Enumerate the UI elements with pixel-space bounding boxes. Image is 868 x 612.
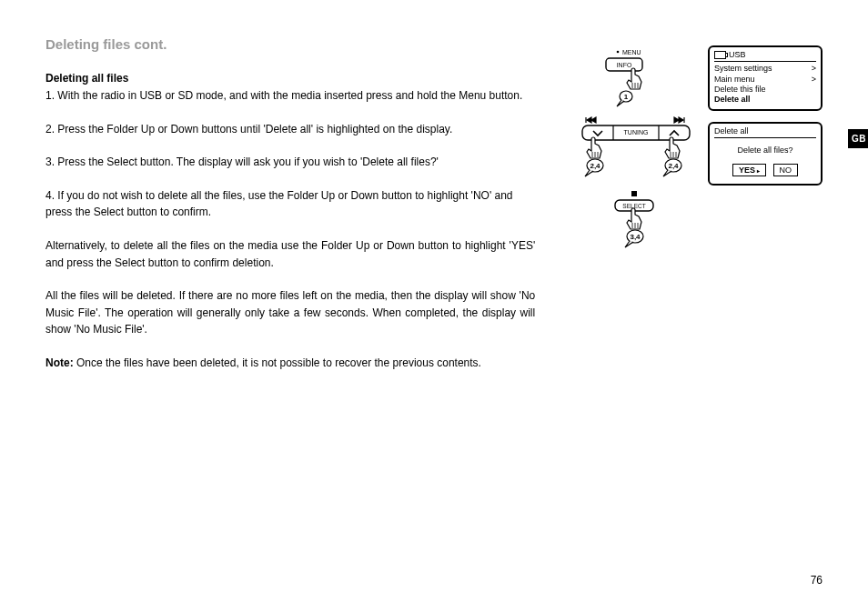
menu-button-diagram: MENU INFO 1 [586,45,686,109]
step-4: 4. If you do not wish to delete all the … [45,187,535,221]
info-callout: 1 [624,93,629,101]
menu-line-1: System settings [714,64,772,74]
section-subtitle: Deleting all files [45,72,535,85]
select-callout: 3,4 [630,233,641,241]
step-3: 3. Press the Select button. The display … [45,154,535,171]
right-callout: 2,4 [668,162,679,170]
note-text: Once the files have been deleted, it is … [74,356,481,369]
page-number: 76 [811,574,823,587]
page-title: Deleting files cont. [45,36,535,52]
menu-label: MENU [622,49,641,55]
no-option: NO [773,164,799,176]
yes-option: YES ▸ [732,164,766,176]
note-label: Note: [45,356,74,369]
note-paragraph: Note: Once the files have been deleted, … [45,355,535,372]
svg-marker-10 [679,117,683,123]
result-paragraph: All the files will be deleted. If there … [45,287,535,338]
tuning-label: TUNING [624,129,649,135]
menu-line-3: Delete this file [714,85,766,95]
lcd-screen-menu: USB System settings> Main menu> Delete t… [708,45,823,111]
language-tab-gb: GB [848,129,868,148]
lcd-header-label: USB [729,50,746,60]
info-button-label: INFO [617,62,632,68]
tuning-buttons-diagram: TUNING 2,4 [577,113,695,186]
step-2: 2. Press the Folder Up or Down buttons u… [45,121,535,138]
step-1: 1. With the radio in USB or SD mode, and… [45,87,535,105]
svg-rect-23 [631,191,637,196]
menu-line-4-selected: Delete all [714,95,751,105]
usb-icon [714,51,726,59]
svg-marker-9 [674,117,679,123]
lcd-screen-confirm: Delete all Delete all files? YES ▸ NO [708,122,823,186]
chevron-right-icon: > [812,75,816,85]
svg-point-0 [617,51,620,54]
svg-marker-8 [591,117,596,123]
alt-paragraph: Alternatively, to delete all the files o… [45,237,535,271]
confirm-question: Delete all files? [714,145,816,155]
confirm-header: Delete all [714,126,816,138]
select-button-diagram: SELECT 3,4 [595,189,677,255]
controls-diagram: MENU INFO 1 [577,45,695,255]
menu-line-2: Main menu [714,75,755,85]
select-button-label: SELECT [622,203,645,209]
left-callout: 2,4 [590,162,601,170]
chevron-right-icon: > [812,64,816,74]
